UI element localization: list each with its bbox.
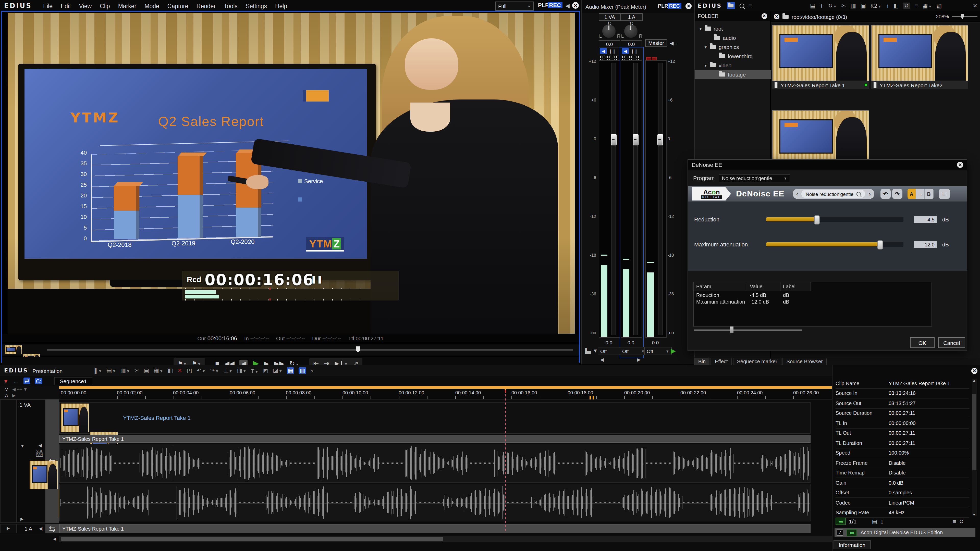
tl-mode-icon[interactable]: ◨▼ [237, 367, 247, 374]
tl-delete-icon[interactable]: ✕ [178, 367, 182, 374]
ok-button[interactable]: OK [910, 337, 935, 348]
track-speaker-icon[interactable]: ◀ [39, 526, 42, 531]
send-to-timeline-icon[interactable]: ↑ [886, 3, 889, 9]
ab-a-button[interactable]: A [907, 189, 916, 199]
sequence-tab[interactable]: Sequence1 [54, 377, 92, 385]
gain-value-1a[interactable]: 0.0 [620, 40, 642, 48]
scroll-down-icon[interactable]: ▼ [972, 513, 976, 516]
denoise-close-icon[interactable]: ✕ [957, 162, 963, 168]
menu-view[interactable]: View [75, 3, 96, 9]
fader-slot[interactable] [611, 63, 616, 335]
preset-field[interactable]: Noise reduction'gentle [802, 190, 865, 198]
va-audio-clip-label[interactable]: YTMZ-Sales Report Take 1 [59, 435, 811, 443]
menu-edit[interactable]: Edit [57, 3, 75, 9]
scroll-thumb[interactable] [972, 394, 977, 470]
denoise-title-bar[interactable]: DeNoise EE ✕ [688, 160, 967, 170]
timeline-hscrollbar[interactable]: ◀ [59, 536, 832, 542]
expander-icon[interactable]: ▼ [21, 444, 24, 448]
paste-icon[interactable]: ▣ [861, 2, 866, 9]
preset-search-icon[interactable] [856, 192, 861, 196]
output-select-1a[interactable]: Off▼ [620, 347, 647, 355]
tl-folder-icon[interactable]: ▤▼ [107, 367, 116, 374]
max-attenuation-slider-handle[interactable] [877, 240, 883, 249]
cut-icon[interactable]: ✂ [842, 2, 846, 9]
clip-card-take2[interactable]: YTMZ-Sales Report Take2 [871, 25, 968, 89]
max-attenuation-slider[interactable] [766, 242, 904, 247]
player-zoom-dropdown[interactable]: Full▼ [495, 2, 534, 11]
undo-button[interactable]: ↶ [880, 189, 891, 199]
menu-mode[interactable]: Mode [140, 3, 163, 9]
mixer-close-icon[interactable]: ✕ [686, 3, 692, 9]
strip-scroll-left[interactable]: ◀ [600, 357, 604, 362]
waveform-left[interactable] [59, 444, 811, 483]
fader-mode-icon[interactable]: ❙❙ [609, 49, 616, 54]
mini-slider[interactable] [694, 327, 802, 333]
hamburger-icon[interactable]: ≡ [749, 3, 752, 9]
monitor-speaker-icon[interactable]: ◀ [600, 48, 607, 54]
collapse-icon[interactable]: ▶ [21, 517, 24, 521]
program-dropdown[interactable]: Noise reduction'gentle▼ [719, 174, 790, 182]
jump-icon[interactable]: ← [13, 378, 19, 384]
tab-bin[interactable]: Bin [694, 358, 710, 365]
bin-zoom-slider[interactable] [952, 16, 977, 17]
ruler-inout-bar[interactable] [59, 386, 832, 389]
add-clip-icon[interactable]: ◧ [894, 2, 899, 9]
scroll-left-icon[interactable]: ◀ [53, 537, 56, 541]
menu-clip[interactable]: Clip [96, 3, 114, 9]
tab-source-browser[interactable]: Source Browser [783, 358, 827, 365]
scroll-up-icon[interactable]: ▲ [972, 379, 976, 382]
tree-item-video[interactable]: ▼video [695, 61, 780, 70]
a-track-header[interactable]: 1 A ◀ [17, 524, 45, 533]
tl-save-icon[interactable]: ▥▼ [121, 367, 130, 374]
preset-next-button[interactable]: › [867, 191, 872, 197]
delete-effect-icon[interactable]: ↺ [959, 518, 964, 525]
bin-close-icon[interactable]: ✕ [973, 2, 977, 9]
pan-knob-1va[interactable] [602, 24, 616, 38]
ab-copy-button[interactable]: → [916, 189, 925, 199]
effect-enabled-checkbox[interactable]: ✓ [837, 529, 843, 536]
thumbnail-view-icon[interactable]: ▦▼ [923, 2, 932, 9]
folder-panel-close-icon[interactable]: ✕ [762, 13, 767, 19]
source-patch-panel[interactable]: V ◀ ╌╌ ▼ A ▶ [0, 386, 59, 400]
ripple-mode-icon[interactable]: C: [35, 378, 42, 384]
refresh-icon[interactable]: ↻▼ [828, 2, 837, 9]
menu-file[interactable]: File [39, 3, 57, 9]
a-swap-column[interactable]: ⇆ [45, 524, 59, 533]
seek-position-marker[interactable] [356, 346, 360, 353]
fader-handle-1va[interactable] [611, 134, 617, 145]
tl-mic-icon[interactable]: ◩ [263, 367, 269, 374]
scroll-handle[interactable] [61, 537, 443, 541]
tl-redo-icon[interactable]: ↷▼ [210, 367, 219, 374]
clip-thumbnail[interactable] [772, 25, 869, 81]
tree-item-audio[interactable]: audio [695, 33, 783, 42]
information-tab[interactable]: Information [834, 540, 870, 549]
effect-row-selected[interactable]: ✓ »» Acon Digital DeNoise EDIUS Edition [835, 528, 975, 537]
info-close-icon[interactable]: ✕ [971, 368, 977, 374]
tree-item-graphics[interactable]: ▼graphics [695, 42, 780, 52]
menu-capture[interactable]: Capture [163, 3, 192, 9]
fader-slot[interactable] [658, 63, 662, 335]
playhead-marker[interactable] [502, 386, 508, 390]
volpan-toggle[interactable]: VOLPAN [36, 449, 43, 456]
meter-mode-icon[interactable]: ▙▖▼ [585, 348, 598, 354]
tl-tool-icon[interactable]: ❚▼ [93, 367, 102, 374]
tl-view-toggle-2[interactable]: ▥ [299, 367, 306, 374]
tl-export-icon[interactable]: ◪▼ [273, 367, 282, 374]
tl-title-icon[interactable]: T▼ [251, 368, 258, 374]
menu-render[interactable]: Render [192, 3, 220, 9]
ab-b-button[interactable]: B [925, 189, 934, 199]
link-mode-icon[interactable]: ⇄ [24, 378, 30, 384]
preset-prev-button[interactable]: ‹ [795, 191, 800, 197]
seek-track[interactable] [47, 349, 573, 351]
sync-icon[interactable]: ↺ [903, 2, 910, 9]
fader-handle-master[interactable] [657, 134, 663, 145]
output-select-master[interactable]: Off▼ [644, 347, 672, 355]
pan-knob-1a[interactable] [624, 24, 638, 38]
speaker-icon[interactable]: ◀ [565, 3, 570, 9]
tl-ripple-icon[interactable]: ◧ [168, 367, 173, 374]
reduction-value[interactable]: -4.5 [914, 216, 937, 223]
k2-icon[interactable]: K2▼ [870, 3, 881, 9]
menu-tools[interactable]: Tools [220, 3, 242, 9]
sequence-marker[interactable] [593, 396, 594, 400]
tab-effect[interactable]: Effect [711, 358, 732, 365]
